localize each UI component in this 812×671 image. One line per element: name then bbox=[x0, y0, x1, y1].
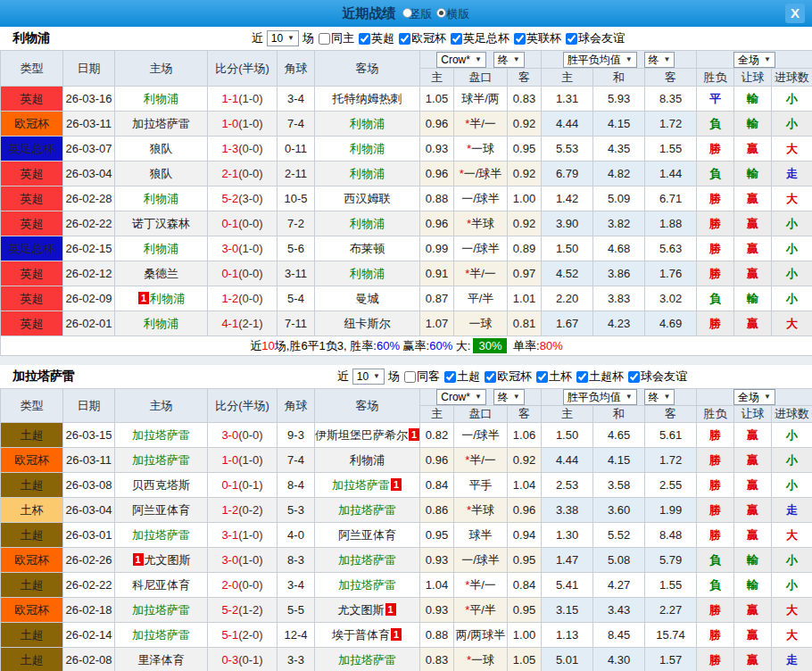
odds-source-select[interactable]: Crow*▼ bbox=[436, 389, 486, 405]
fullmatch-select[interactable]: 全场▼ bbox=[733, 389, 775, 405]
home-team: 加拉塔萨雷 bbox=[115, 112, 208, 137]
same-venue-checkbox[interactable] bbox=[319, 33, 330, 45]
odds-source-select[interactable]: Crow*▼ bbox=[436, 52, 486, 68]
fulltime-score: 0-3 bbox=[221, 653, 238, 667]
select-value: 终 bbox=[649, 54, 659, 66]
avg-final-select[interactable]: 终▼ bbox=[644, 52, 675, 68]
layout-radio-group: 竖版横版 bbox=[402, 5, 470, 22]
away-team-name: 利物浦 bbox=[350, 117, 385, 130]
avg-draw: 4.15 bbox=[593, 448, 645, 473]
match-date: 26-03-04 bbox=[63, 162, 115, 186]
fulltime-score: 0-1 bbox=[221, 217, 238, 230]
match-date: 26-02-18 bbox=[63, 598, 115, 623]
halftime-score: (0-0) bbox=[238, 292, 262, 305]
layout-radio-vertical[interactable] bbox=[402, 8, 412, 18]
select-value: 终 bbox=[498, 391, 509, 403]
avg-final-select[interactable]: 终▼ bbox=[644, 389, 675, 405]
away-odds: 0.83 bbox=[508, 87, 542, 112]
same-venue-checkbox[interactable] bbox=[404, 371, 416, 383]
away-team: 利物浦 bbox=[315, 211, 420, 236]
away-team: 利物浦 bbox=[315, 261, 420, 286]
halftime-score: (0-0) bbox=[238, 142, 262, 155]
away-team: 利物浦 bbox=[315, 162, 420, 186]
match-count-select[interactable]: 10▼ bbox=[352, 369, 385, 385]
halftime-score: (1-0) bbox=[238, 553, 262, 567]
handicap: *半/一 bbox=[454, 448, 508, 473]
handicap: *平/半 bbox=[454, 598, 508, 623]
away-odds: 0.94 bbox=[508, 523, 542, 548]
fullmatch-select[interactable]: 全场▼ bbox=[733, 52, 775, 68]
home-team: 贝西克塔斯 bbox=[115, 473, 208, 498]
halftime-score: (1-0) bbox=[238, 453, 262, 467]
corners: 3-4 bbox=[278, 573, 315, 598]
matches-table: 类型日期主场比分(半场)角球客场Crow*▼终▼胜平负均值▼终▼全场▼主盘口客主… bbox=[0, 50, 812, 356]
away-team: 加拉塔萨雷 bbox=[315, 548, 420, 573]
result-outcome: 負 bbox=[697, 112, 734, 137]
odds-final-select[interactable]: 终▼ bbox=[493, 389, 525, 405]
result-outcome: 負 bbox=[697, 573, 734, 598]
away-team: 加拉塔萨雷 bbox=[315, 648, 420, 671]
home-team: 加拉塔萨雷 bbox=[115, 448, 208, 473]
result-outcome: 勝 bbox=[697, 498, 734, 523]
layout-radio-label: 横版 bbox=[447, 7, 470, 21]
result-outcome: 勝 bbox=[697, 261, 734, 286]
home-team-name: 加拉塔萨雷 bbox=[132, 628, 190, 642]
result-outcome: 負 bbox=[697, 286, 734, 311]
handicap: *半/一 bbox=[454, 112, 508, 137]
corners: 3-4 bbox=[278, 87, 315, 112]
league-checkbox[interactable] bbox=[566, 33, 577, 45]
layout-radio-horizontal[interactable] bbox=[436, 8, 446, 18]
league-checkbox[interactable] bbox=[536, 371, 548, 383]
league-checkbox[interactable] bbox=[444, 371, 456, 383]
column-header: 比分(半场) bbox=[208, 389, 278, 423]
home-team-name: 加拉塔萨雷 bbox=[132, 453, 190, 467]
league-checkbox[interactable] bbox=[576, 371, 588, 383]
odds-final-select[interactable]: 终▼ bbox=[493, 52, 525, 68]
away-team-name: 利物浦 bbox=[350, 142, 385, 155]
avg-away: 1.88 bbox=[645, 211, 697, 236]
match-date: 26-03-08 bbox=[63, 473, 115, 498]
result-handicap: 輸 bbox=[734, 548, 772, 573]
avg-source-select[interactable]: 胜平负均值▼ bbox=[563, 52, 637, 68]
league-checkbox[interactable] bbox=[451, 33, 462, 45]
avg-home: 5.41 bbox=[542, 573, 593, 598]
league-badge: 英超 bbox=[1, 186, 63, 211]
home-team-name: 贝西克塔斯 bbox=[132, 478, 190, 492]
score: 0-1(0-0) bbox=[208, 261, 278, 286]
result-outcome: 勝 bbox=[697, 186, 734, 211]
avg-home: 5.01 bbox=[542, 648, 593, 671]
avg-source-select[interactable]: 胜平负均值▼ bbox=[563, 389, 637, 405]
select-value: 全场 bbox=[738, 391, 759, 403]
filter-unit-label: 场 bbox=[302, 30, 314, 46]
league-checkbox[interactable] bbox=[399, 33, 410, 45]
result-goals: 小 bbox=[772, 112, 812, 137]
table-row: 欧冠杯26-02-18加拉塔萨雷5-2(1-2)5-5尤文图斯10.93*平/半… bbox=[1, 598, 812, 623]
home-team: 利物浦 bbox=[115, 311, 208, 336]
away-odds: 1.04 bbox=[508, 473, 542, 498]
corners: 8-4 bbox=[278, 473, 315, 498]
league-badge: 英超 bbox=[1, 286, 63, 311]
league-checkbox[interactable] bbox=[514, 33, 526, 45]
away-odds: 1.00 bbox=[508, 186, 542, 211]
away-team-name: 利物浦 bbox=[350, 217, 385, 230]
match-count-select[interactable]: 10▼ bbox=[267, 30, 299, 46]
league-checkbox[interactable] bbox=[628, 371, 640, 383]
score: 3-0(0-0) bbox=[208, 423, 278, 448]
select-value: 终 bbox=[649, 391, 659, 403]
chevron-down-icon: ▼ bbox=[475, 391, 482, 403]
result-goals: 小 bbox=[772, 448, 812, 473]
match-date: 26-03-11 bbox=[63, 448, 115, 473]
score: 0-1(0-1) bbox=[208, 473, 278, 498]
away-team-name: 曼城 bbox=[356, 292, 379, 305]
result-handicap: 贏 bbox=[734, 448, 772, 473]
league-checkbox[interactable] bbox=[485, 371, 496, 383]
league-checkbox[interactable] bbox=[359, 33, 370, 45]
away-odds: 0.81 bbox=[508, 311, 542, 336]
league-badge: 欧冠杯 bbox=[1, 448, 63, 473]
table-row: 欧冠杯26-02-261尤文图斯3-0(1-0)8-3加拉塔萨雷0.93一/球半… bbox=[1, 548, 812, 573]
avg-draw: 5.08 bbox=[593, 548, 645, 573]
home-team-name: 诺丁汉森林 bbox=[132, 217, 190, 230]
handicap-value: 半球 bbox=[471, 503, 494, 517]
close-icon[interactable]: X bbox=[785, 4, 805, 23]
home-team: 狼队 bbox=[115, 137, 208, 162]
